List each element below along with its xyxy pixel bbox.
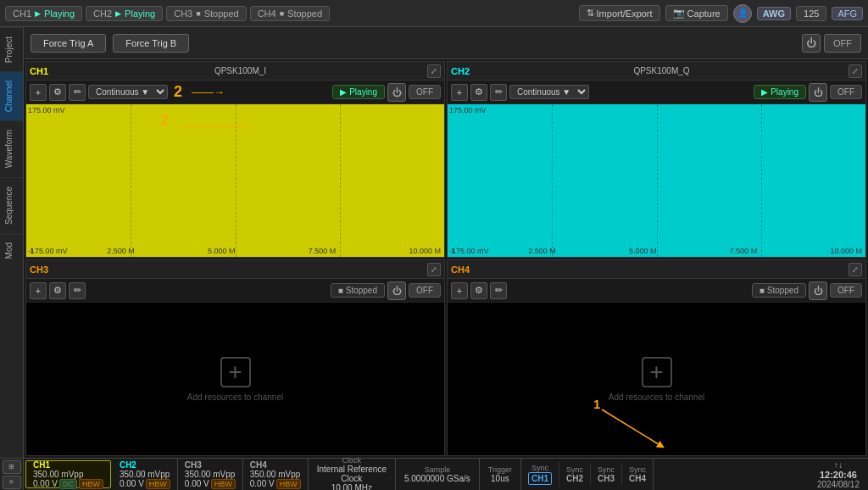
sync-ch4-sync-label: Sync: [629, 465, 646, 474]
ch2-x3: 5.000 M: [629, 247, 657, 255]
ch2-header: CH2 QPSK100M_Q ⤢: [448, 62, 865, 81]
nav-ch2[interactable]: CH2 ▶ Playing: [86, 6, 163, 21]
ch3-header: CH3 ⤢: [26, 260, 444, 279]
ch2-off-label: OFF: [830, 85, 862, 99]
ch2-expand-button[interactable]: ⤢: [849, 64, 862, 78]
ch3-label-tag: CH3: [30, 264, 48, 275]
clock-section: Clock Internal Reference Clock 10.00 MHz: [309, 459, 396, 490]
ch4-power-button[interactable]: ⏻: [809, 281, 827, 300]
ch4-add-resources-label: Add resources to channel: [609, 393, 704, 402]
capture-button[interactable]: 📷 Capture: [665, 5, 728, 21]
ch2-power-button[interactable]: ⏻: [809, 83, 827, 102]
ch3-expand-button[interactable]: ⤢: [427, 263, 441, 276]
sync-ch1-ch-label: CH1: [528, 472, 552, 485]
status-ch3-hbw-badge: HBW: [211, 479, 236, 489]
import-export-button[interactable]: ⇅ Import/Export: [579, 5, 660, 21]
ch2-x4: 7.500 M: [730, 247, 758, 255]
ch4-edit-button[interactable]: ✏: [490, 282, 507, 299]
trig-off-label: OFF: [824, 34, 861, 53]
sync-ch2-item[interactable]: Sync CH2: [559, 464, 591, 485]
ch4-toolbar-right: ■ Stopped ⏻ OFF: [752, 281, 862, 300]
nav-ch4[interactable]: CH4 ■ Stopped: [250, 6, 330, 21]
sync-ch4-item[interactable]: Sync CH4: [622, 464, 653, 485]
trigger-title: Trigger: [488, 465, 512, 474]
ch1-continuous-select[interactable]: Continuous ▼: [88, 85, 168, 99]
ch1-add-button[interactable]: +: [30, 84, 47, 101]
ch1-edit-button[interactable]: ✏: [69, 84, 86, 101]
ch2-toolbar: + ⚙ ✏ Continuous ▼ ▶ Playing ⏻ OFF: [448, 81, 865, 104]
force-trig-b-button[interactable]: Force Trig B: [113, 34, 189, 53]
trigger-value: 10us: [491, 474, 509, 483]
ch1-power-button[interactable]: ⏻: [387, 83, 406, 102]
ch1-toolbar: + ⚙ ✏ Continuous ▼ 2 ——→ ▶ Playing ⏻ OFF: [26, 81, 444, 104]
main-content: Force Trig A Force Trig B ⏻ OFF CH1 QPSK…: [24, 27, 868, 458]
clock-line1: Internal Reference: [317, 465, 387, 474]
ch4-expand-button[interactable]: ⤢: [849, 263, 862, 276]
awg-badge[interactable]: AWG: [757, 7, 791, 20]
status-ch1-block: CH1 350.00 mVpp 0.00 V DC HBW: [33, 460, 103, 489]
ch3-waveform-empty: + Add resources to channel: [26, 303, 444, 455]
ch1-x4: 7.500 M: [309, 247, 337, 255]
sidebar-bottom-icon2[interactable]: ≡: [3, 476, 21, 489]
ch3-stop-icon: ■: [338, 286, 343, 295]
ch3-edit-button[interactable]: ✏: [69, 282, 86, 299]
ch2-settings-button[interactable]: ⚙: [470, 84, 487, 101]
ch2-y-top: 175.00 mV: [449, 106, 487, 114]
afg-badge[interactable]: AFG: [832, 7, 863, 20]
status-ch1-section: CH1 350.00 mVpp 0.00 V DC HBW: [25, 460, 111, 488]
sidebar-bottom-icon1[interactable]: ⊞: [3, 460, 21, 474]
sidebar-tab-project[interactable]: Project: [0, 27, 23, 71]
ch4-panel: CH4 ⤢ + ⚙ ✏ ■ Stopped ⏻ OFF: [447, 259, 866, 456]
ch3-add-button[interactable]: +: [30, 282, 47, 299]
ch1-play-button[interactable]: ▶ Playing: [332, 85, 385, 99]
ch4-settings-button[interactable]: ⚙: [470, 282, 487, 299]
sidebar-tab-mod[interactable]: Mod: [0, 233, 23, 267]
ch4-add-resources-button[interactable]: +: [642, 357, 672, 387]
ch1-grid-v2: [236, 104, 236, 257]
nav-ch1[interactable]: CH1 ▶ Playing: [5, 6, 82, 21]
ch1-x-labels: 1 2.500 M 5.000 M 7.500 M 10.000 M: [26, 247, 444, 255]
ch4-stop-button[interactable]: ■ Stopped: [752, 283, 806, 298]
time-section: ↑↓ 12:20:46 2024/08/12: [809, 459, 868, 490]
channel-grid: CH1 QPSK100M_I ⤢ + ⚙ ✏ Continuous ▼ 2 ——…: [24, 59, 868, 458]
status-ch1-name: CH1: [33, 460, 50, 470]
sidebar-tab-channel[interactable]: Channel: [0, 71, 23, 120]
ch1-header: CH1 QPSK100M_I ⤢: [26, 62, 444, 81]
ch3-stop-button[interactable]: ■ Stopped: [331, 283, 385, 298]
ch4-off-label: OFF: [830, 283, 862, 298]
ch1-settings-button[interactable]: ⚙: [49, 84, 66, 101]
ch2-play-icon: ▶: [761, 87, 768, 97]
status-ch2-name: CH2: [120, 460, 136, 470]
ch3-settings-button[interactable]: ⚙: [49, 282, 66, 299]
ch4-stop-label: Stopped: [767, 286, 798, 295]
sync-ch3-item[interactable]: Sync CH3: [591, 464, 622, 485]
sync-ch1-sync-label: Sync: [531, 464, 548, 472]
ch1-toolbar-right: ▶ Playing ⏻ OFF: [332, 83, 441, 102]
nav-ch3-label: CH3: [174, 8, 192, 19]
sync-ch2-ch-label: CH2: [566, 474, 583, 483]
force-trig-a-button[interactable]: Force Trig A: [31, 34, 106, 53]
sidebar-tab-waveform[interactable]: Waveform: [0, 120, 23, 176]
ch1-expand-button[interactable]: ⤢: [427, 64, 441, 78]
nav-extra-btn[interactable]: 125: [796, 6, 826, 21]
status-ch4-val2: 0.00 V: [250, 479, 275, 488]
nav-ch2-status: Playing: [125, 8, 155, 19]
ch2-grid-v2: [657, 104, 658, 257]
ch2-edit-button[interactable]: ✏: [490, 84, 507, 101]
ch2-continuous-select[interactable]: Continuous ▼: [509, 85, 589, 99]
sidebar-tab-sequence[interactable]: Sequence: [0, 177, 23, 233]
status-bar: ⊞ ≡ CH1 350.00 mVpp 0.00 V DC HBW CH2 35…: [0, 458, 868, 490]
nav-ch4-stop-icon: ■: [280, 9, 284, 18]
nav-ch3[interactable]: CH3 ■ Stopped: [166, 6, 246, 21]
ch4-add-button[interactable]: +: [451, 282, 468, 299]
sync-ch1-item[interactable]: Sync CH1: [521, 462, 559, 487]
ch2-add-button[interactable]: +: [451, 84, 468, 101]
ch2-play-button[interactable]: ▶ Playing: [754, 85, 806, 99]
ch3-power-button[interactable]: ⏻: [387, 281, 406, 300]
sidebar: Project Channel Waveform Sequence Mod: [0, 27, 24, 458]
user-avatar[interactable]: 👤: [733, 4, 752, 23]
ch3-add-resources-button[interactable]: +: [220, 357, 251, 387]
nav-right-group: ⇅ Import/Export 📷 Capture 👤 AWG 125 AFG: [579, 4, 863, 23]
trig-power-button[interactable]: ⏻: [802, 34, 821, 53]
ch1-x1: 1: [30, 247, 34, 255]
